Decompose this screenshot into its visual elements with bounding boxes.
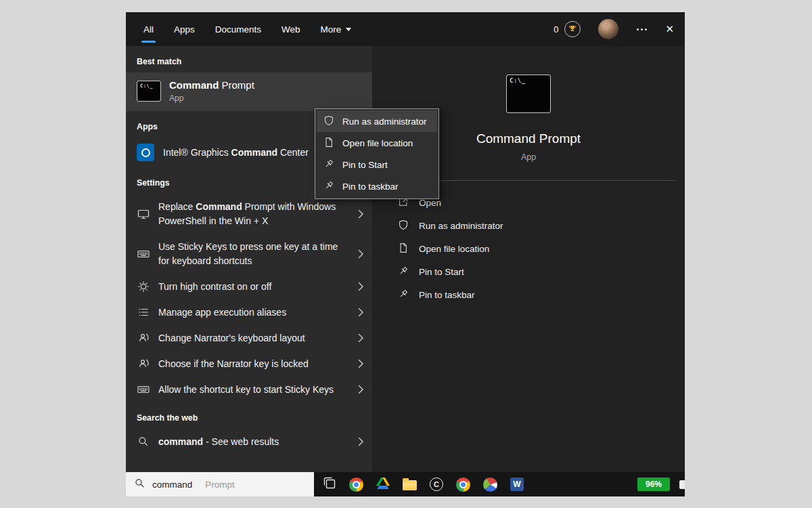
settings-item-label: Change Narrator's keyboard layout (158, 331, 346, 345)
monitor-icon (137, 208, 150, 220)
user-avatar[interactable] (598, 19, 618, 39)
action-run-as-administrator[interactable]: Run as administrator (372, 214, 685, 237)
circle-c-icon[interactable]: C (430, 478, 443, 491)
action-label: Pin to taskbar (419, 290, 475, 300)
settings-item-powershell[interactable]: Replace Command Prompt with Windows Powe… (126, 194, 372, 234)
chrome-icon-2[interactable] (456, 478, 470, 492)
narrator-icon (137, 358, 150, 370)
settings-item-label: Use Sticky Keys to press one key at a ti… (158, 240, 346, 268)
settings-item-label: Allow the shortcut key to start Sticky K… (158, 383, 346, 397)
pin-icon (323, 158, 334, 171)
context-menu: Run as administrator Open file location … (315, 108, 439, 199)
menu-item-label: Open file location (342, 138, 413, 148)
tab-more-label: More (321, 24, 342, 35)
menu-item-label: Run as administrator (342, 117, 427, 127)
tab-documents[interactable]: Documents (215, 12, 261, 46)
battery-indicator[interactable]: 96% (637, 478, 670, 491)
menu-item-run-as-administrator[interactable]: Run as administrator (317, 110, 437, 132)
chevron-right-icon (358, 282, 364, 291)
settings-item-label: Turn high contrast on or off (158, 280, 346, 294)
menu-item-label: Pin to Start (342, 160, 388, 170)
search-icon (137, 436, 150, 447)
settings-item-sticky-shortcut[interactable]: Allow the shortcut key to start Sticky K… (126, 377, 372, 402)
colorful-app-icon[interactable] (483, 478, 497, 492)
file-icon (323, 137, 334, 150)
chevron-right-icon (358, 209, 364, 219)
pin-icon (398, 266, 409, 278)
taskbar: command Prompt C W 96% (126, 472, 685, 496)
rewards-count: 0 (554, 24, 558, 35)
best-match-subtitle: App (169, 93, 254, 103)
menu-item-pin-to-start[interactable]: Pin to Start (317, 154, 437, 175)
settings-item-label: Replace Command Prompt with Windows Powe… (158, 200, 346, 228)
best-match-item[interactable]: C:\_ Command Prompt App (126, 72, 372, 111)
action-label: Open file location (419, 244, 489, 254)
action-label: Pin to Start (419, 267, 464, 277)
web-search-item[interactable]: command - See web results (126, 429, 372, 454)
rewards-trophy-icon[interactable] (564, 21, 581, 37)
chevron-right-icon (358, 437, 364, 446)
chevron-right-icon (358, 333, 364, 343)
command-prompt-icon-large: C:\_ (506, 75, 551, 113)
taskbar-tray: 96% (637, 478, 685, 491)
more-options-icon[interactable] (637, 28, 647, 30)
settings-item-app-aliases[interactable]: Manage app execution aliases (126, 299, 372, 325)
tab-more[interactable]: More (321, 12, 352, 46)
settings-item-narrator-lock[interactable]: Choose if the Narrator key is locked (126, 351, 372, 377)
tab-apps[interactable]: Apps (174, 12, 195, 46)
action-pin-to-taskbar[interactable]: Pin to taskbar (372, 283, 685, 306)
tab-web[interactable]: Web (281, 12, 300, 46)
settings-item-sticky-keys[interactable]: Use Sticky Keys to press one key at a ti… (126, 234, 372, 274)
cmd-glyph: C:\_ (140, 83, 153, 89)
keyboard-icon (137, 383, 150, 396)
taskbar-icons: C W (323, 476, 524, 492)
command-prompt-icon: C:\_ (137, 81, 161, 102)
tab-documents-label: Documents (215, 24, 261, 35)
menu-item-pin-to-taskbar[interactable]: Pin to taskbar (317, 175, 437, 197)
close-icon[interactable]: ✕ (665, 23, 674, 35)
contrast-sun-icon (137, 280, 150, 293)
shield-icon (398, 219, 409, 232)
app-item-label: Intel® Graphics Command Center (163, 147, 309, 158)
settings-item-label: Choose if the Narrator key is locked (158, 357, 346, 371)
menu-item-open-file-location[interactable]: Open file location (317, 132, 437, 154)
windows-search-panel: All Apps Documents Web More 0 ✕ Best mat… (126, 12, 685, 472)
tab-web-label: Web (281, 24, 300, 35)
chrome-icon[interactable] (349, 478, 363, 492)
pin-icon (323, 180, 334, 193)
header-controls: 0 ✕ (554, 19, 674, 39)
tray-icon[interactable] (679, 480, 685, 489)
action-label: Run as administrator (419, 221, 503, 231)
menu-item-label: Pin to taskbar (342, 182, 399, 192)
keyboard-icon (137, 248, 150, 260)
file-explorer-icon[interactable] (403, 480, 417, 490)
chevron-right-icon (358, 385, 364, 394)
settings-item-narrator-layout[interactable]: Change Narrator's keyboard layout (126, 325, 372, 351)
action-open-file-location[interactable]: Open file location (372, 237, 685, 260)
shield-icon (323, 115, 334, 128)
intel-gcc-icon (137, 144, 154, 161)
best-match-title: Command Prompt (169, 79, 254, 91)
search-icon (135, 478, 145, 491)
search-suggestion: Prompt (205, 480, 235, 490)
search-tabs: All Apps Documents Web More (143, 12, 351, 46)
word-icon[interactable]: W (510, 478, 524, 491)
tab-all[interactable]: All (143, 12, 154, 46)
web-search-label: command - See web results (158, 435, 346, 449)
chevron-right-icon (358, 308, 364, 317)
best-match-header: Best match (126, 46, 372, 72)
cmd-glyph: C:\_ (510, 77, 526, 84)
tab-apps-label: Apps (174, 24, 195, 35)
google-drive-icon[interactable] (376, 478, 390, 492)
action-pin-to-start[interactable]: Pin to Start (372, 260, 685, 283)
taskbar-search-box[interactable]: command Prompt (126, 472, 314, 496)
file-icon (398, 242, 409, 255)
settings-item-high-contrast[interactable]: Turn high contrast on or off (126, 274, 372, 299)
settings-item-label: Manage app execution aliases (158, 305, 346, 320)
tab-all-label: All (143, 24, 154, 35)
search-header: All Apps Documents Web More 0 ✕ (126, 12, 685, 46)
task-view-icon[interactable] (323, 476, 336, 492)
preview-actions: Open Run as administrator Open file loca… (372, 191, 685, 306)
chevron-right-icon (358, 359, 364, 368)
chevron-right-icon (358, 249, 364, 259)
